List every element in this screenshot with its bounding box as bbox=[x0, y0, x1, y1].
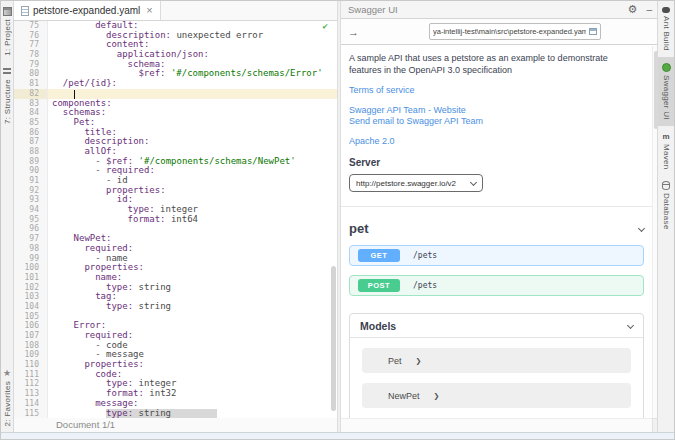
token-key: components: bbox=[52, 98, 112, 108]
operation-row-post[interactable]: POST/pets bbox=[349, 275, 644, 296]
database-icon bbox=[662, 181, 670, 190]
token-val: message bbox=[106, 349, 144, 359]
code-text: - id bbox=[48, 176, 337, 186]
code-text: application/json: bbox=[48, 50, 337, 60]
tool-window-button-ant-build[interactable]: Ant Build bbox=[658, 1, 674, 57]
token-val: name bbox=[106, 253, 128, 263]
panel-horizontal-scrollbar[interactable] bbox=[341, 418, 652, 432]
tool-window-label: 1: Project bbox=[3, 19, 12, 56]
code-line: 110properties: bbox=[14, 360, 337, 370]
swagger-icon bbox=[662, 63, 671, 72]
models-header[interactable]: Models bbox=[350, 314, 643, 338]
server-select[interactable]: http://petstore.swagger.io/v2 bbox=[349, 174, 483, 192]
operations-list: GET/petsPOST/pets bbox=[349, 245, 644, 296]
line-number: 110 bbox=[14, 360, 48, 370]
token-val: string bbox=[133, 408, 171, 418]
line-number: 96 bbox=[14, 224, 48, 234]
tool-window-button-1-project[interactable]: 1: Project bbox=[1, 1, 13, 62]
token-key: default: bbox=[95, 21, 138, 30]
operation-row-get[interactable]: GET/pets bbox=[349, 245, 644, 266]
token-key: code: bbox=[95, 369, 122, 379]
editor-scrollbar[interactable] bbox=[331, 266, 336, 411]
token-key: name: bbox=[95, 272, 122, 282]
tag-pet-header[interactable]: pet bbox=[349, 217, 644, 239]
token-key: description: bbox=[106, 30, 171, 40]
token-key: Pet: bbox=[74, 117, 96, 127]
line-number: 76 bbox=[14, 31, 48, 41]
chevron-down-icon bbox=[470, 178, 477, 185]
line-number: 94 bbox=[14, 205, 48, 215]
structure-icon bbox=[3, 68, 11, 76]
line-number: 107 bbox=[14, 331, 48, 341]
token-dash: - bbox=[95, 253, 106, 263]
line-number: 95 bbox=[14, 215, 48, 225]
model-row-pet[interactable]: Pet❯ bbox=[362, 348, 631, 373]
code-line: 90- required: bbox=[14, 166, 337, 176]
inspection-ok-icon[interactable]: ✔ bbox=[323, 22, 328, 32]
model-name: NewPet bbox=[388, 391, 420, 401]
token-val: string bbox=[133, 301, 171, 311]
tool-window-button-database[interactable]: Database bbox=[658, 175, 674, 236]
code-editor[interactable]: 75default:76description: unexpected erro… bbox=[14, 21, 337, 418]
api-link[interactable]: Apache 2.0 bbox=[349, 136, 644, 148]
server-select-value: http://petstore.swagger.io/v2 bbox=[356, 179, 465, 188]
minimize-icon[interactable]: – bbox=[646, 5, 652, 15]
navigate-arrow-icon[interactable]: → bbox=[348, 26, 359, 38]
tool-window-button-swagger-ui[interactable]: Swagger UI bbox=[658, 57, 674, 126]
api-link[interactable]: Terms of service bbox=[349, 85, 644, 97]
line-number: 90 bbox=[14, 166, 48, 176]
method-badge-get[interactable]: GET bbox=[358, 249, 400, 262]
tool-window-button-maven[interactable]: Maven bbox=[658, 126, 674, 176]
token-str: '#/components/schemas/Error' bbox=[165, 68, 322, 78]
tool-window-button-2-favorites[interactable]: 2: Favorites bbox=[1, 363, 13, 432]
tool-window-button-7-structure[interactable]: 7: Structure bbox=[1, 62, 13, 130]
model-row-newpet[interactable]: NewPet❯ bbox=[362, 383, 631, 408]
tool-window-label: Database bbox=[662, 193, 671, 230]
token-val: integer bbox=[155, 204, 198, 214]
code-text: format: int64 bbox=[48, 215, 337, 225]
model-name: Pet bbox=[388, 356, 402, 366]
method-badge-post[interactable]: POST bbox=[358, 279, 400, 292]
line-number: 100 bbox=[14, 263, 48, 273]
tab-title: petstore-expanded.yaml bbox=[33, 5, 140, 16]
token-val: code bbox=[106, 340, 128, 350]
gear-icon[interactable]: ⚙ bbox=[628, 4, 638, 15]
token-key: type: bbox=[106, 378, 133, 388]
code-text: type: string bbox=[48, 283, 337, 293]
token-dash: - bbox=[95, 340, 106, 350]
address-text: ya-intellij-test\main\src\petstore-expan… bbox=[433, 27, 586, 36]
token-key: id: bbox=[117, 194, 133, 204]
token-key: application/json: bbox=[117, 49, 209, 59]
line-number: 105 bbox=[14, 312, 48, 322]
token-key: type: bbox=[128, 204, 155, 214]
token-dash: - bbox=[95, 349, 106, 359]
address-bar[interactable]: ya-intellij-test\main\src\petstore-expan… bbox=[429, 23, 601, 40]
code-text: properties: bbox=[48, 186, 337, 196]
token-key: title: bbox=[84, 127, 117, 137]
line-number: 93 bbox=[14, 195, 48, 205]
line-number: 101 bbox=[14, 273, 48, 283]
link-group: Terms of service bbox=[349, 85, 644, 97]
token-key: $ref: bbox=[138, 68, 165, 78]
code-text: code: bbox=[48, 370, 337, 380]
star-icon bbox=[3, 369, 12, 378]
api-link[interactable]: Send email to Swagger API Team bbox=[349, 116, 644, 128]
tab-petstore-expanded-yaml[interactable]: petstore-expanded.yaml × bbox=[14, 1, 161, 20]
tag-name: pet bbox=[349, 221, 639, 236]
ant-icon bbox=[662, 7, 670, 13]
token-str: '#/components/schemas/NewPet' bbox=[133, 156, 296, 166]
code-line: 76description: unexpected error bbox=[14, 31, 337, 41]
token-key: required: bbox=[84, 330, 133, 340]
code-line: 92properties: bbox=[14, 186, 337, 196]
token-key: message: bbox=[95, 398, 138, 408]
tool-window-label: 7: Structure bbox=[3, 79, 12, 124]
api-link[interactable]: Swagger API Team - Website bbox=[349, 105, 644, 117]
api-links: Terms of serviceSwagger API Team - Websi… bbox=[349, 85, 644, 147]
chevron-down-icon bbox=[627, 322, 634, 329]
tab-close-icon[interactable]: × bbox=[146, 5, 152, 16]
chevron-right-icon: ❯ bbox=[416, 357, 422, 365]
maven-icon bbox=[662, 132, 671, 141]
code-line: 102type: string bbox=[14, 283, 337, 293]
code-text: properties: bbox=[48, 360, 337, 370]
open-in-browser-icon[interactable] bbox=[589, 28, 597, 35]
